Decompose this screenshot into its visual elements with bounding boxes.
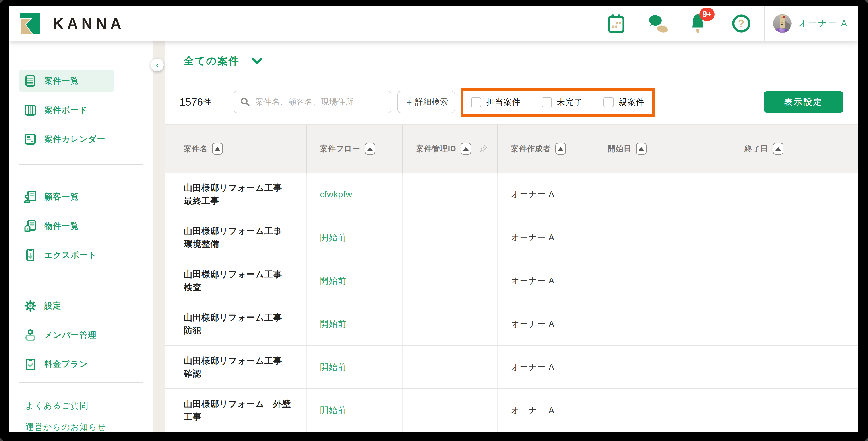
advanced-search-button[interactable]: ＋ 詳細検索	[398, 91, 455, 113]
header-actions: 9+ ?	[608, 6, 848, 40]
manage-id-cell	[403, 302, 498, 345]
table-row[interactable]: 山田様邸リフォーム工事 最終工事 cfwkpfw オーナー A	[165, 173, 859, 216]
table-body: 山田様邸リフォーム工事 最終工事 cfwkpfw オーナー A 山田様邸リフォー…	[165, 173, 859, 432]
app-window: KANNA	[9, 6, 859, 432]
column-header-case-name: 案件名	[165, 124, 307, 173]
column-header-creator: 案件作成者	[498, 124, 594, 173]
case-name-cell[interactable]: 山田様邸リフォーム工事 環境整備	[165, 216, 307, 259]
sidebar-item-label: 物件一覧	[44, 220, 79, 232]
checkbox-group-incomplete[interactable]: 未完了	[541, 97, 583, 108]
column-header-start-date: 開始日	[594, 124, 731, 173]
start-date-cell	[594, 302, 731, 345]
parent-cases-checkbox[interactable]	[603, 97, 614, 108]
case-name-cell[interactable]: 山田様邸リフォーム工事 防犯	[165, 302, 307, 345]
pin-icon[interactable]	[479, 144, 488, 153]
sidebar-item-plan[interactable]: 料金プラン	[9, 351, 153, 377]
sidebar-link-0[interactable]: よくあるご質問	[26, 400, 88, 411]
sidebar-item-member[interactable]: メンバー管理	[9, 322, 153, 348]
assigned-cases-checkbox[interactable]	[471, 97, 482, 108]
case-name-line1: 山田様邸リフォーム工事	[184, 311, 306, 324]
search-input[interactable]	[255, 97, 384, 107]
sidebar-collapse-button[interactable]: ‹	[151, 59, 164, 71]
end-date-cell	[731, 173, 859, 216]
case-name-line2: 確認	[184, 367, 306, 380]
checkbox-group-assigned[interactable]: 担当案件	[471, 97, 521, 108]
case-count-unit: 件	[204, 97, 211, 107]
sidebar-item-label: 設定	[44, 300, 62, 311]
case-flow-cell[interactable]: 開始前	[307, 259, 403, 302]
sort-button[interactable]	[636, 143, 647, 155]
brand-logo[interactable]: KANNA	[20, 13, 125, 34]
column-header-end-date: 終了日	[731, 124, 859, 173]
sidebar-item-label: 顧客一覧	[44, 191, 79, 202]
manage-id-cell	[403, 216, 498, 259]
case-name-cell[interactable]: 山田様邸リフォーム 外壁 工事	[165, 389, 307, 432]
search-box[interactable]	[234, 91, 391, 113]
case-calendar-icon	[24, 133, 36, 145]
table-row[interactable]: 山田様邸リフォーム工事 検査 開始前 オーナー A	[165, 259, 859, 302]
display-settings-button[interactable]: 表示設定	[764, 91, 843, 113]
manage-id-cell	[403, 346, 498, 388]
incomplete-checkbox[interactable]	[541, 97, 552, 108]
customer-list-icon	[24, 191, 36, 203]
end-date-cell	[731, 346, 859, 388]
sort-button[interactable]	[773, 143, 783, 155]
table-row[interactable]: 山田様邸リフォーム工事 防犯 開始前 オーナー A	[165, 302, 859, 346]
case-flow-cell[interactable]: 開始前	[307, 346, 403, 388]
creator-cell: オーナー A	[498, 259, 594, 302]
sidebar-link-1[interactable]: 運営からのお知らせ	[26, 421, 106, 432]
start-date-cell	[594, 173, 731, 216]
sidebar-item-case-board[interactable]: 案件ボード	[9, 97, 153, 123]
help-icon[interactable]: ?	[732, 14, 751, 33]
sort-button[interactable]	[461, 143, 471, 155]
plus-icon: ＋	[405, 96, 413, 108]
user-name[interactable]: オーナー A	[798, 17, 848, 29]
chat-icon[interactable]	[648, 14, 670, 33]
advanced-search-label: 詳細検索	[415, 96, 448, 108]
sidebar-item-label: エクスポート	[44, 249, 97, 261]
sidebar-divider	[19, 165, 143, 165]
view-selector-dropdown[interactable]: 全ての案件	[184, 40, 262, 81]
sidebar-item-case-list[interactable]: 案件一覧	[9, 67, 153, 94]
start-date-cell	[594, 346, 731, 388]
notification-badge: 9+	[700, 7, 715, 21]
screenshot-frame: KANNA	[0, 0, 868, 441]
sort-button[interactable]	[555, 143, 566, 155]
case-flow-cell[interactable]: 開始前	[307, 389, 403, 432]
case-board-icon	[24, 104, 36, 116]
sort-button[interactable]	[365, 143, 375, 155]
brand-wordmark: KANNA	[53, 15, 125, 32]
sidebar-item-case-calendar[interactable]: 案件カレンダー	[9, 126, 153, 152]
table-row[interactable]: 山田様邸リフォーム工事 環境整備 開始前 オーナー A	[165, 216, 859, 259]
filter-highlight-annotation: 担当案件 未完了 親案件	[461, 88, 655, 117]
user-avatar[interactable]	[773, 14, 792, 33]
sidebar-item-label: メンバー管理	[44, 329, 97, 341]
case-name-cell[interactable]: 山田様邸リフォーム工事 確認	[165, 346, 307, 388]
case-name-cell[interactable]: 山田様邸リフォーム工事 検査	[165, 259, 307, 302]
case-flow-cell[interactable]: 開始前	[307, 302, 403, 345]
calendar-icon[interactable]	[608, 14, 625, 33]
sidebar-item-export[interactable]: エクスポート	[9, 242, 153, 268]
case-name-line2: 最終工事	[184, 194, 306, 207]
settings-gear-icon	[24, 300, 36, 312]
case-count-value: 1576	[179, 96, 203, 108]
kanna-logo-icon	[20, 13, 40, 34]
case-flow-cell[interactable]: 開始前	[307, 216, 403, 259]
sidebar-item-property-list[interactable]: 物件一覧	[9, 213, 153, 239]
sidebar-item-label: 案件ボード	[44, 105, 88, 116]
table-row[interactable]: 山田様邸リフォーム工事 確認 開始前 オーナー A	[165, 346, 859, 389]
table-row[interactable]: 山田様邸リフォーム 外壁 工事 開始前 オーナー A	[165, 389, 859, 432]
member-icon	[24, 329, 36, 341]
bell-icon[interactable]: 9+	[690, 14, 706, 33]
creator-cell: オーナー A	[498, 173, 594, 216]
svg-text:?: ?	[738, 18, 745, 29]
table-header-row: 案件名 案件フロー 案件管理ID 案件作成者	[165, 124, 859, 173]
case-flow-cell[interactable]: cfwkpfw	[307, 173, 403, 216]
property-list-icon	[24, 220, 36, 232]
case-name-cell[interactable]: 山田様邸リフォーム工事 最終工事	[165, 173, 307, 216]
end-date-cell	[731, 259, 859, 302]
checkbox-group-parent[interactable]: 親案件	[603, 97, 645, 108]
sidebar-item-customer-list[interactable]: 顧客一覧	[9, 183, 153, 210]
sidebar-item-settings-gear[interactable]: 設定	[9, 293, 153, 319]
sort-button[interactable]	[212, 143, 223, 155]
